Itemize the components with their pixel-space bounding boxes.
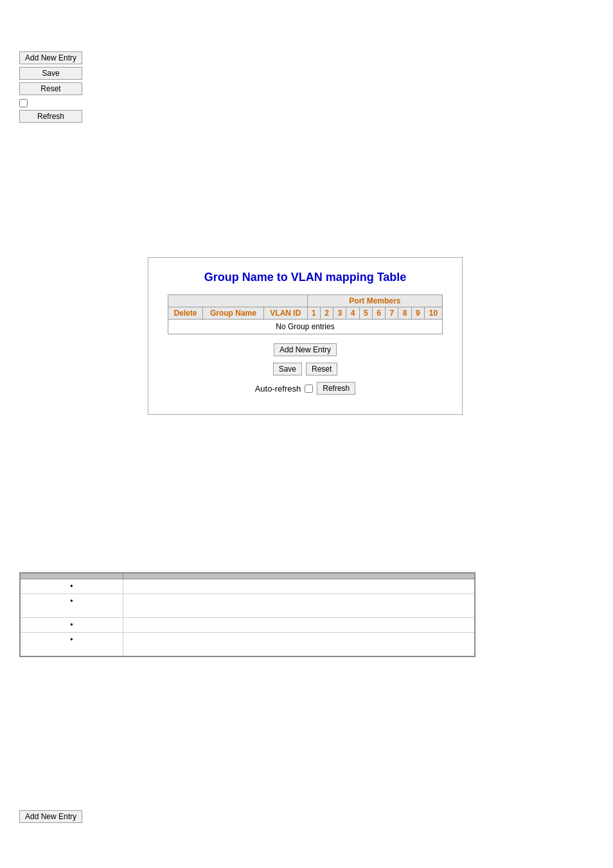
table-row: • xyxy=(20,618,475,633)
col-port-7: 7 xyxy=(386,307,398,320)
top-auto-refresh-checkbox[interactable] xyxy=(19,99,28,107)
col-port-10: 10 xyxy=(425,307,443,320)
col-vlan-id: VLAN ID xyxy=(264,307,308,320)
col-group-name: Group Name xyxy=(202,307,263,320)
top-refresh-button[interactable]: Refresh xyxy=(19,110,82,123)
bottom-add-new-entry-button[interactable]: Add New Entry xyxy=(19,810,82,823)
card-auto-refresh-checkbox[interactable] xyxy=(305,384,313,393)
top-auto-refresh-row xyxy=(19,99,82,107)
table-row: • xyxy=(20,633,475,657)
col-port-5: 5 xyxy=(359,307,372,320)
col-port-4: 4 xyxy=(346,307,359,320)
no-entries-cell: No Group entries xyxy=(168,320,443,334)
info-table: • • • • xyxy=(19,572,475,657)
col-port-1: 1 xyxy=(307,307,320,320)
empty-header xyxy=(168,295,308,307)
bullet-4: • xyxy=(20,633,123,657)
info-value-1 xyxy=(123,579,475,594)
info-value-2 xyxy=(123,594,475,618)
col-port-2: 2 xyxy=(320,307,333,320)
bullet-1: • xyxy=(20,579,123,594)
bullet-3: • xyxy=(20,618,123,633)
info-col-header-1 xyxy=(20,573,123,579)
vlan-mapping-table: Port Members Delete Group Name VLAN ID 1… xyxy=(168,294,443,334)
card-save-reset-row: Save Reset xyxy=(168,363,443,375)
info-value-4 xyxy=(123,633,475,657)
top-controls: Add New Entry Save Reset Refresh xyxy=(19,51,82,123)
card-auto-refresh-label: Auto-refresh xyxy=(255,384,301,393)
card-reset-button[interactable]: Reset xyxy=(306,363,337,375)
col-port-3: 3 xyxy=(333,307,346,320)
no-entries-row: No Group entries xyxy=(168,320,443,334)
top-save-button[interactable]: Save xyxy=(19,67,82,80)
main-card: Group Name to VLAN mapping Table Port Me… xyxy=(148,257,463,415)
table-row: • xyxy=(20,594,475,618)
table-row: • xyxy=(20,579,475,594)
info-value-3 xyxy=(123,618,475,633)
bottom-add-button-area: Add New Entry xyxy=(19,810,82,823)
card-refresh-row: Auto-refresh Refresh xyxy=(168,382,443,395)
col-port-9: 9 xyxy=(411,307,424,320)
info-col-header-2 xyxy=(123,573,475,579)
top-reset-button[interactable]: Reset xyxy=(19,82,82,95)
card-refresh-button[interactable]: Refresh xyxy=(317,382,355,395)
card-add-new-entry-button[interactable]: Add New Entry xyxy=(274,343,337,356)
port-members-header: Port Members xyxy=(307,295,442,307)
col-port-6: 6 xyxy=(372,307,385,320)
card-title: Group Name to VLAN mapping Table xyxy=(168,271,443,284)
col-port-8: 8 xyxy=(398,307,411,320)
bottom-section: • • • • xyxy=(19,572,475,657)
card-save-button[interactable]: Save xyxy=(273,363,302,375)
col-delete: Delete xyxy=(168,307,203,320)
bullet-2: • xyxy=(20,594,123,618)
top-add-new-entry-button[interactable]: Add New Entry xyxy=(19,51,82,64)
card-add-button-row: Add New Entry xyxy=(168,343,443,356)
